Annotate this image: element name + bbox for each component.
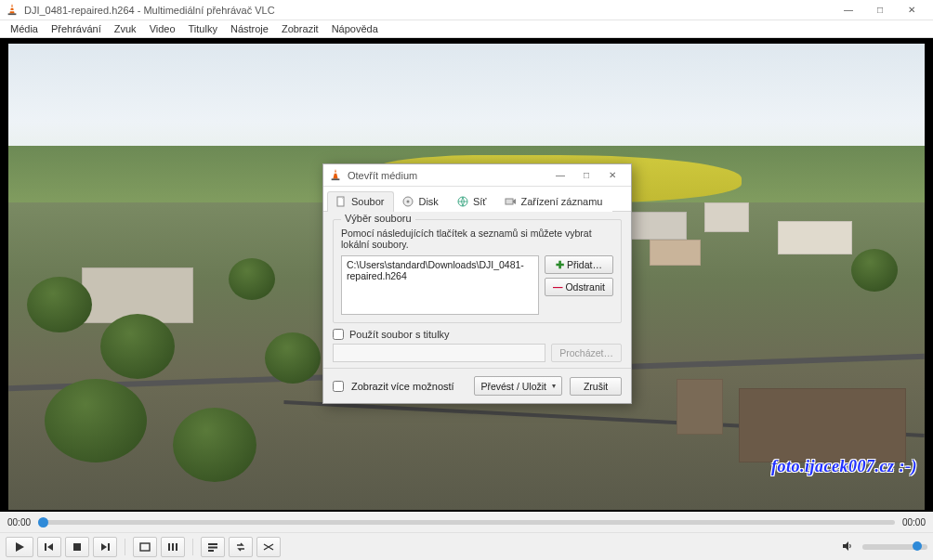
add-button-label: Přidat… xyxy=(567,259,602,270)
tab-capture-label: Zařízení záznamu xyxy=(520,196,602,207)
svg-rect-16 xyxy=(208,550,214,552)
loop-button[interactable] xyxy=(229,537,253,557)
subtitle-checkbox-label: Použít soubor s titulky xyxy=(349,329,450,340)
window-title: DJI_0481-repaired.h264 - Multimediální p… xyxy=(24,5,833,16)
menu-audio[interactable]: Zvuk xyxy=(108,21,143,36)
next-button[interactable] xyxy=(93,537,117,557)
time-total: 00:00 xyxy=(902,517,926,527)
subtitle-checkbox-row: Použít soubor s titulky xyxy=(333,329,622,340)
minus-icon: — xyxy=(553,281,563,293)
dialog-footer: Zobrazit více možností Převést / Uložit … xyxy=(323,368,631,403)
convert-save-button[interactable]: Převést / Uložit ▾ xyxy=(474,376,562,396)
chevron-down-icon: ▾ xyxy=(552,382,556,390)
divider xyxy=(192,539,193,555)
group-title: Výběr souboru xyxy=(341,213,415,224)
time-elapsed: 00:00 xyxy=(7,517,31,527)
svg-rect-3 xyxy=(10,9,14,10)
menubar: Média Přehrávání Zvuk Video Titulky Nást… xyxy=(0,20,933,38)
svg-rect-9 xyxy=(108,543,110,551)
file-list-item[interactable]: C:\Users\standard\Downloads\DJI_0481-rep… xyxy=(347,259,533,281)
fullscreen-button[interactable] xyxy=(133,537,157,557)
subtitle-path-field xyxy=(333,344,545,362)
cancel-button[interactable]: Zrušit xyxy=(570,377,622,396)
seek-slider[interactable] xyxy=(38,520,895,525)
shuffle-button[interactable] xyxy=(256,537,281,557)
svg-rect-12 xyxy=(172,543,174,551)
svg-point-24 xyxy=(407,201,410,203)
playlist-button[interactable] xyxy=(201,537,225,557)
svg-rect-11 xyxy=(168,543,170,551)
dialog-panel: Výběr souboru Pomocí následujících tlačí… xyxy=(323,212,631,368)
disk-icon xyxy=(402,196,414,207)
maximize-button[interactable]: □ xyxy=(864,0,896,20)
tab-file-label: Soubor xyxy=(351,196,384,207)
svg-rect-19 xyxy=(332,178,340,180)
tab-network-label: Síť xyxy=(473,196,487,207)
svg-rect-20 xyxy=(334,172,336,173)
svg-rect-14 xyxy=(208,543,217,545)
menu-video[interactable]: Video xyxy=(143,21,182,36)
dialog-minimize-button[interactable]: — xyxy=(547,166,573,185)
titlebar: DJI_0481-repaired.h264 - Multimediální p… xyxy=(0,0,933,20)
vlc-cone-icon xyxy=(6,3,19,18)
dialog-maximize-button[interactable]: □ xyxy=(573,166,599,185)
svg-rect-1 xyxy=(8,13,17,15)
dialog-titlebar: Otevřít médium — □ ✕ xyxy=(323,164,631,187)
plus-icon: ✚ xyxy=(556,259,564,270)
close-button[interactable]: ✕ xyxy=(896,0,927,20)
stop-button[interactable] xyxy=(65,537,89,557)
vlc-cone-icon xyxy=(329,168,342,183)
more-options-label: Zobrazit více možností xyxy=(351,381,454,392)
dialog-tabs: Soubor Disk Síť Zařízení záznamu xyxy=(323,187,631,212)
ext-settings-button[interactable] xyxy=(161,537,185,557)
convert-save-label: Převést / Uložit xyxy=(480,381,546,392)
file-icon xyxy=(335,196,347,207)
prev-button[interactable] xyxy=(37,537,61,557)
file-list[interactable]: C:\Users\standard\Downloads\DJI_0481-rep… xyxy=(341,255,539,315)
dialog-title: Otevřít médium xyxy=(348,170,547,181)
svg-marker-8 xyxy=(101,543,107,551)
remove-button[interactable]: — Odstranit xyxy=(545,278,613,296)
svg-rect-15 xyxy=(208,546,217,548)
help-text: Pomocí následujících tlačítek a seznamů … xyxy=(341,228,613,250)
file-selection-group: Výběr souboru Pomocí následujících tlačí… xyxy=(333,219,622,323)
svg-marker-18 xyxy=(333,168,337,178)
network-icon xyxy=(457,196,468,207)
svg-rect-10 xyxy=(140,543,150,551)
tab-network[interactable]: Síť xyxy=(449,191,497,212)
open-media-dialog: Otevřít médium — □ ✕ Soubor Disk Síť xyxy=(322,163,632,404)
tab-file[interactable]: Soubor xyxy=(327,191,394,212)
volume-slider[interactable] xyxy=(862,544,927,550)
svg-rect-26 xyxy=(506,199,513,204)
svg-marker-0 xyxy=(9,3,14,13)
menu-media[interactable]: Média xyxy=(4,21,45,36)
svg-marker-6 xyxy=(47,543,53,551)
browse-button: Procházet… xyxy=(551,344,622,362)
svg-marker-17 xyxy=(843,541,848,551)
menu-playback[interactable]: Přehrávání xyxy=(45,21,108,36)
subtitle-checkbox[interactable] xyxy=(333,329,344,340)
capture-icon xyxy=(505,196,516,207)
vlc-window: DJI_0481-repaired.h264 - Multimediální p… xyxy=(0,0,933,560)
play-button[interactable] xyxy=(6,537,33,557)
svg-rect-5 xyxy=(45,543,46,551)
seek-bar-row: 00:00 00:00 xyxy=(0,512,933,532)
svg-rect-7 xyxy=(73,543,81,551)
menu-view[interactable]: Zobrazit xyxy=(275,21,325,36)
window-controls: — □ ✕ xyxy=(833,0,927,20)
add-button[interactable]: ✚ Přidat… xyxy=(545,255,613,274)
tab-disk[interactable]: Disk xyxy=(394,191,448,212)
speaker-icon[interactable] xyxy=(842,539,853,555)
menu-tools[interactable]: Nástroje xyxy=(224,21,275,36)
tab-capture[interactable]: Zařízení záznamu xyxy=(496,191,612,212)
svg-rect-2 xyxy=(10,7,13,7)
tab-disk-label: Disk xyxy=(418,196,438,207)
svg-rect-13 xyxy=(176,543,177,551)
menu-help[interactable]: Nápověda xyxy=(325,21,385,36)
svg-marker-4 xyxy=(16,542,24,552)
dialog-close-button[interactable]: ✕ xyxy=(599,166,625,185)
divider xyxy=(125,539,125,555)
more-options-checkbox[interactable] xyxy=(333,381,344,392)
menu-subtitles[interactable]: Titulky xyxy=(182,21,224,36)
minimize-button[interactable]: — xyxy=(833,0,864,20)
